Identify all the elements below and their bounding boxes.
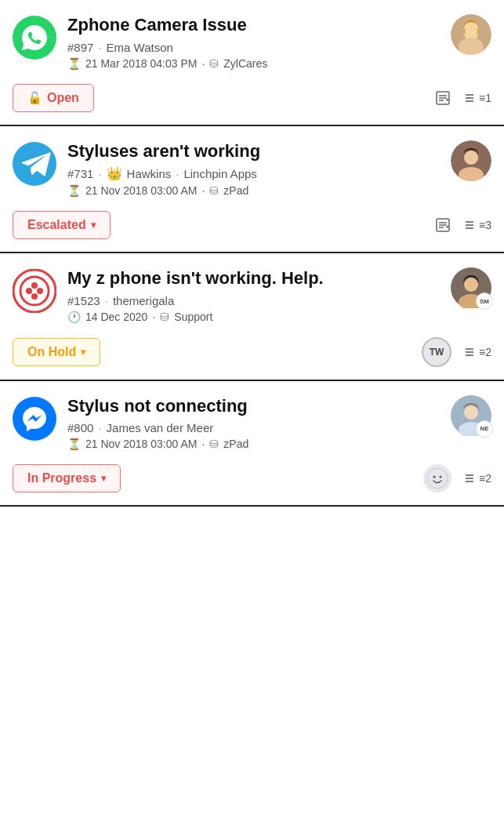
ticket-datetime-3: 14 Dec 2020: [85, 311, 147, 323]
crown-icon-2: 👑: [107, 166, 122, 181]
dropdown-arrow-4: ▾: [101, 473, 106, 484]
hourglass-icon-1: ⏳: [67, 57, 81, 70]
ticket-time-1: ⏳ 21 Mar 2018 04:03 PM · ⛁ ZylCares: [67, 57, 451, 70]
ticket-workspace-4: zPad: [223, 438, 248, 450]
ticket-datetime-4: 21 Nov 2018 03:00 AM: [85, 438, 197, 450]
ticket-actions-4: ≡2: [423, 464, 491, 492]
status-button-1[interactable]: 🔓 Open: [13, 84, 94, 112]
avatar-1: [451, 14, 491, 55]
ticket-meta-2: #731 · 👑 Hawkins · Linchpin Apps: [67, 166, 451, 181]
hourglass-icon-2: ⏳: [67, 184, 81, 197]
ticket-time-2: ⏳ 21 Nov 2018 03:00 AM · ⛁ zPad: [67, 184, 451, 197]
ticket-actions-3: TW ≡2: [422, 337, 491, 367]
dot-1b: ·: [201, 57, 205, 70]
status-label-1: Open: [47, 91, 79, 105]
avatar-3: SM: [451, 267, 491, 308]
tree-icon-4: ⛁: [209, 438, 219, 450]
smiley-icon-4: [423, 464, 451, 492]
agent-name-1: Ema Watson: [107, 41, 173, 54]
ticket-card-1: Zphone Camera Issue #897 · Ema Watson ⏳ …: [0, 0, 504, 126]
status-button-2[interactable]: Escalated ▾: [13, 211, 111, 239]
whatsapp-icon: [13, 16, 56, 60]
dropdown-arrow-3: ▾: [81, 347, 85, 358]
lock-icon-1: 🔓: [27, 91, 42, 105]
ticket-workspace-2: zPad: [223, 184, 248, 197]
ticket-num-2: #731: [67, 167, 93, 180]
tw-avatar-3: TW: [422, 337, 451, 367]
hourglass-icon-4: ⏳: [67, 438, 81, 450]
list-count-1: ≡1: [462, 91, 491, 105]
ticket-time-4: ⏳ 21 Nov 2018 03:00 AM · ⛁ zPad: [67, 438, 451, 450]
edit-icon-2[interactable]: [434, 216, 451, 234]
ticket-num-1: #897: [67, 41, 93, 54]
ticket-workspace-1: ZylCares: [223, 57, 267, 70]
ticket-num-4: #800: [67, 421, 93, 434]
svg-point-40: [427, 468, 448, 489]
status-button-4[interactable]: In Progress ▾: [13, 464, 121, 492]
svg-point-38: [464, 405, 478, 420]
ticket-title-2: Styluses aren't working: [67, 140, 451, 162]
dot-2b: ·: [176, 167, 179, 180]
ticket-title-3: My z phone isn't working. Help.: [67, 267, 451, 289]
status-button-3[interactable]: On Hold ▾: [13, 338, 100, 366]
ticket-card-2: Styluses aren't working #731 · 👑 Hawkins…: [0, 126, 504, 254]
avatar-2: [451, 140, 491, 181]
svg-point-41: [433, 476, 436, 478]
ticket-bottom-4: In Progress ▾ ≡2: [13, 464, 491, 492]
ticket-actions-2: ≡3: [434, 216, 491, 234]
ticket-datetime-1: 21 Mar 2018 04:03 PM: [85, 57, 197, 70]
dropdown-arrow-2: ▾: [91, 220, 96, 231]
avatar-badge-4: NE: [476, 420, 493, 438]
ticket-time-3: 🕐 14 Dec 2020 · ⛁ Support: [67, 311, 451, 323]
messenger-icon: [13, 397, 56, 441]
dot-1a: ·: [98, 41, 101, 54]
svg-point-42: [440, 476, 442, 478]
ticket-title-1: Zphone Camera Issue: [67, 14, 451, 36]
status-label-3: On Hold: [27, 345, 76, 359]
clock-icon-3: 🕐: [67, 311, 81, 323]
ticket-meta-4: #800 · James van der Meer: [67, 421, 451, 434]
svg-point-27: [37, 288, 43, 294]
ticket-info-2: Styluses aren't working #731 · 👑 Hawkins…: [67, 140, 451, 198]
telegram-icon: [13, 142, 56, 186]
edit-icon-1[interactable]: [434, 89, 451, 107]
agent-name-2: Hawkins: [127, 167, 172, 180]
avatar-badge-3: SM: [476, 293, 493, 310]
dot-3a: ·: [105, 294, 108, 307]
tree-icon-2: ⛁: [209, 184, 219, 197]
ticket-meta-3: #1523 · themerigala: [67, 294, 451, 307]
ticket-card-4: Stylus not connecting #800 · James van d…: [0, 381, 504, 507]
tree-icon-1: ⛁: [209, 57, 219, 70]
dot-2c: ·: [201, 184, 205, 197]
ticket-actions-1: ≡1: [434, 89, 491, 107]
status-label-4: In Progress: [27, 471, 96, 485]
agent-name-4: James van der Meer: [107, 421, 214, 434]
tree-icon-3: ⛁: [160, 311, 169, 323]
svg-point-36: [13, 397, 56, 441]
svg-point-28: [31, 282, 38, 289]
dot-3b: ·: [152, 311, 155, 323]
ticket-info-3: My z phone isn't working. Help. #1523 · …: [67, 267, 451, 323]
ticket-card-3: My z phone isn't working. Help. #1523 · …: [0, 253, 504, 381]
ticket-bottom-3: On Hold ▾ TW ≡2: [13, 337, 491, 367]
list-count-3: ≡2: [462, 345, 491, 359]
ticket-datetime-2: 21 Nov 2018 03:00 AM: [85, 184, 197, 197]
oslash-icon: [13, 269, 56, 313]
svg-point-13: [13, 142, 56, 186]
ticket-bottom-2: Escalated ▾ ≡3: [13, 211, 491, 239]
list-count-4: ≡2: [462, 471, 491, 485]
svg-point-29: [31, 293, 38, 300]
dot-4b: ·: [201, 438, 205, 450]
svg-point-31: [464, 278, 478, 292]
ticket-title-4: Stylus not connecting: [67, 395, 451, 417]
dot-4a: ·: [98, 421, 101, 434]
org-name-2: Linchpin Apps: [183, 167, 256, 180]
ticket-bottom-1: 🔓 Open ≡1: [13, 84, 491, 112]
dot-2a: ·: [98, 167, 101, 180]
ticket-meta-1: #897 · Ema Watson: [67, 41, 451, 54]
ticket-num-3: #1523: [67, 294, 100, 307]
ticket-workspace-3: Support: [174, 311, 212, 323]
agent-name-3: themerigala: [113, 294, 174, 307]
ticket-info-4: Stylus not connecting #800 · James van d…: [67, 395, 451, 451]
svg-point-5: [465, 25, 477, 38]
